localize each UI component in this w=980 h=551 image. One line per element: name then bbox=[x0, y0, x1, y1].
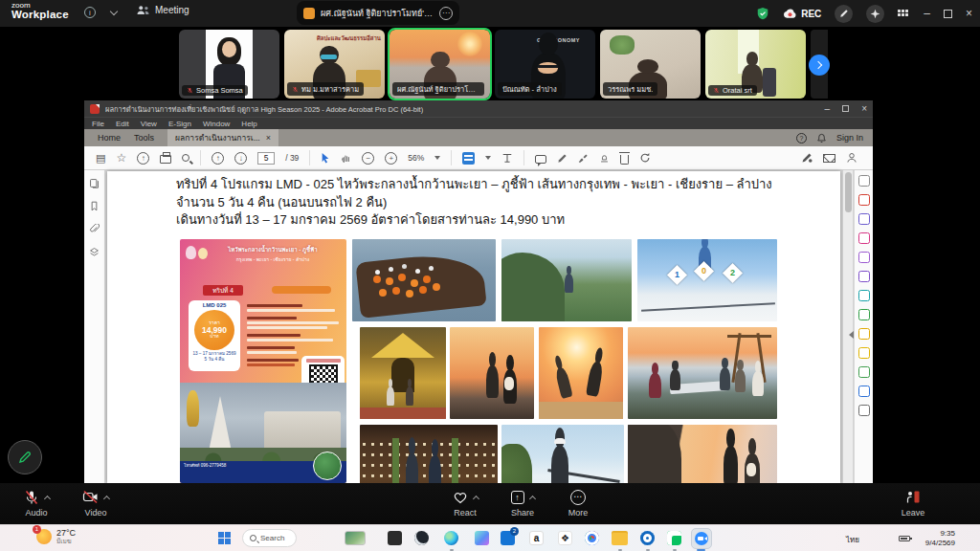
profile-icon[interactable] bbox=[846, 152, 858, 164]
create-pdf-tool-icon[interactable] bbox=[858, 194, 870, 206]
zoom-level-value[interactable]: 56% bbox=[408, 153, 424, 163]
email-icon[interactable] bbox=[823, 154, 835, 163]
close-tab-icon[interactable]: × bbox=[266, 133, 271, 143]
widgets-app-icon[interactable] bbox=[388, 531, 402, 545]
sign-in-button[interactable]: Sign In bbox=[836, 133, 863, 143]
zoom-out-icon[interactable]: − bbox=[362, 152, 374, 165]
tab-options-icon[interactable]: ⋯ bbox=[439, 7, 453, 20]
participant-tile-msu[interactable]: ศิลปะและวัฒนธรรมอีสาน ทม ม.มหาสารคาม bbox=[284, 30, 385, 99]
participant-tile-presenter[interactable]: ผศ.ณัฐนันท์ ฐิติยาปราโมทย์ bbox=[390, 30, 490, 99]
outlook-icon[interactable] bbox=[640, 531, 655, 545]
info-icon[interactable]: i bbox=[84, 7, 96, 18]
share-upload-icon[interactable]: ↑ bbox=[137, 152, 149, 165]
acrobat-minimize-button[interactable]: – bbox=[825, 103, 831, 114]
tab-tools[interactable]: Tools bbox=[134, 133, 154, 143]
save-icon[interactable]: ▤ bbox=[96, 153, 105, 164]
refresh-icon[interactable] bbox=[639, 152, 651, 164]
vertical-scrollbar[interactable] bbox=[843, 170, 853, 483]
audio-button[interactable]: Audio bbox=[13, 489, 59, 518]
maximize-button[interactable] bbox=[944, 10, 952, 18]
edge-icon[interactable] bbox=[444, 531, 458, 545]
request-signature-icon[interactable] bbox=[801, 152, 813, 164]
share-button[interactable]: ↑ Share bbox=[500, 489, 546, 518]
chevron-down-icon[interactable] bbox=[110, 8, 118, 15]
search-icon[interactable] bbox=[182, 154, 189, 162]
participant-tile-wannaporn[interactable]: วรรณพร มมช. bbox=[600, 30, 701, 99]
edit-pdf-tool-icon[interactable] bbox=[858, 232, 870, 244]
tab-document[interactable]: ผลการดำเนินงานการเ... × bbox=[167, 129, 278, 146]
export-pdf-tool-icon[interactable] bbox=[858, 252, 870, 263]
line-icon[interactable] bbox=[667, 531, 681, 545]
next-participants-button[interactable] bbox=[809, 55, 830, 76]
chrome-icon[interactable] bbox=[585, 531, 599, 545]
layers-icon[interactable] bbox=[89, 247, 100, 257]
weather-widget[interactable]: 1 27°C มีเมฆ bbox=[36, 528, 76, 545]
copilot-icon[interactable] bbox=[475, 531, 489, 545]
stamp-icon[interactable] bbox=[599, 153, 610, 164]
reading-mode-icon[interactable] bbox=[501, 152, 513, 164]
more-button[interactable]: ⋯ More bbox=[555, 489, 601, 518]
recording-indicator[interactable]: REC bbox=[783, 9, 821, 19]
previous-page-icon[interactable]: ↑ bbox=[212, 152, 224, 165]
find-text-tool-icon[interactable] bbox=[858, 175, 870, 187]
bookmarks-icon[interactable] bbox=[89, 201, 100, 211]
combine-files-tool-icon[interactable] bbox=[858, 213, 870, 225]
amazon-icon[interactable]: a bbox=[529, 531, 544, 545]
pencil-icon[interactable] bbox=[557, 153, 568, 164]
minimize-button[interactable]: – bbox=[924, 8, 930, 19]
leave-button[interactable]: Leave bbox=[890, 489, 936, 518]
security-shield-icon[interactable] bbox=[756, 7, 769, 20]
zoom-app-icon[interactable] bbox=[691, 528, 712, 549]
scan-ocr-tool-icon[interactable] bbox=[858, 309, 870, 320]
star-icon[interactable]: ☆ bbox=[116, 152, 126, 164]
acrobat-close-button[interactable]: × bbox=[861, 103, 867, 114]
delete-icon[interactable] bbox=[620, 155, 629, 165]
acrobat-restore-button[interactable] bbox=[842, 105, 849, 112]
page-display-caret[interactable] bbox=[485, 156, 491, 160]
tab-shared-screen[interactable]: ผศ.ณัฐนันท์ ฐิติยาปราโมทย์'s screen ⋯ bbox=[297, 1, 459, 25]
file-explorer-icon[interactable] bbox=[612, 533, 628, 545]
task-view-button[interactable] bbox=[345, 531, 366, 545]
print-production-tool-icon[interactable] bbox=[858, 366, 870, 378]
apps-grid-icon[interactable] bbox=[898, 10, 910, 18]
start-button[interactable] bbox=[218, 532, 231, 544]
taskbar-search[interactable]: Search bbox=[242, 529, 297, 547]
store-icon[interactable]: 2 bbox=[501, 531, 515, 545]
scrollbar-thumb[interactable] bbox=[845, 172, 852, 212]
menu-view[interactable]: View bbox=[141, 120, 157, 128]
dark-app-icon[interactable] bbox=[414, 531, 429, 545]
react-options-chevron[interactable] bbox=[472, 495, 479, 501]
input-language-indicator[interactable]: ไทย bbox=[846, 534, 859, 546]
tab-meeting[interactable]: Meeting bbox=[136, 5, 189, 15]
menu-file[interactable]: File bbox=[92, 120, 104, 128]
page-thumbnails-icon[interactable] bbox=[89, 178, 100, 188]
tab-home[interactable]: Home bbox=[98, 133, 121, 143]
close-button[interactable]: × bbox=[966, 8, 972, 19]
hand-tool-icon[interactable] bbox=[341, 152, 351, 164]
fill-sign-tool-icon[interactable] bbox=[858, 271, 870, 282]
select-tool-icon[interactable] bbox=[321, 152, 330, 164]
ink-sign-icon[interactable] bbox=[578, 153, 589, 164]
menu-edit[interactable]: Edit bbox=[116, 120, 129, 128]
share-options-chevron[interactable] bbox=[528, 495, 535, 501]
video-button[interactable]: Video bbox=[73, 489, 119, 518]
annotation-pen-button[interactable] bbox=[8, 440, 42, 474]
ai-companion-button[interactable] bbox=[866, 5, 884, 23]
page-number-input[interactable] bbox=[257, 152, 275, 165]
attachments-icon[interactable] bbox=[89, 224, 100, 234]
react-button[interactable]: React bbox=[442, 489, 488, 518]
next-page-icon[interactable]: ↓ bbox=[234, 152, 247, 165]
annotate-button[interactable] bbox=[835, 5, 853, 23]
send-for-comments-tool-icon[interactable] bbox=[858, 290, 870, 301]
dropbox-icon[interactable]: ❖ bbox=[558, 531, 572, 545]
battery-icon[interactable] bbox=[899, 536, 910, 541]
comment-icon[interactable] bbox=[535, 155, 546, 164]
help-icon[interactable]: ? bbox=[796, 133, 807, 143]
notifications-bell-icon[interactable] bbox=[816, 133, 827, 143]
taskbar-clock[interactable]: 9:35 9/4/2569 bbox=[919, 529, 955, 548]
menu-help[interactable]: Help bbox=[241, 120, 256, 128]
organize-pages-tool-icon[interactable] bbox=[858, 328, 870, 340]
participant-tile-oratai[interactable]: Oratai srt bbox=[705, 30, 806, 99]
video-options-chevron[interactable] bbox=[103, 495, 110, 501]
comment-tool-icon[interactable] bbox=[858, 347, 870, 359]
